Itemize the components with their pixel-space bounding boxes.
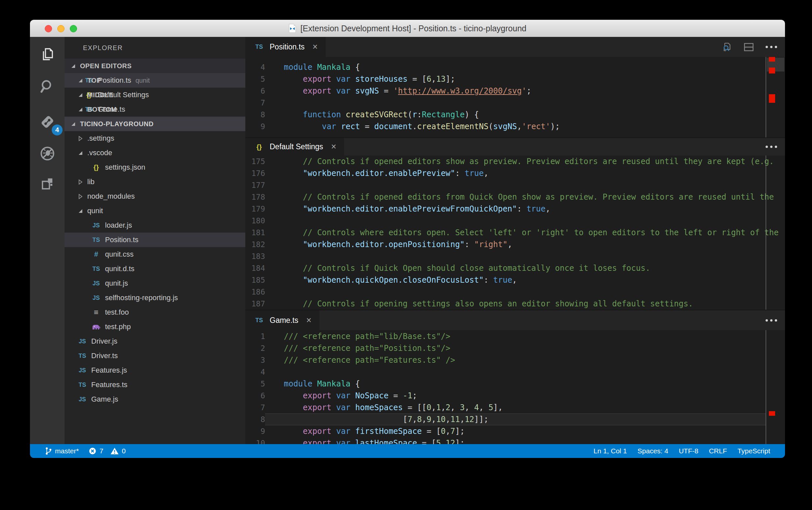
line-number: 3: [245, 354, 265, 366]
code-line: [265, 179, 785, 191]
code-line: export var lastHomeSpace = [5,12];: [265, 437, 785, 444]
activity-bar: 4: [30, 37, 64, 444]
row-label: lib: [87, 177, 94, 186]
branch-label: master*: [55, 447, 79, 455]
code-line: "workbench.quickOpen.closeOnFocusLost": …: [265, 274, 785, 286]
sidebar-row-driver-js[interactable]: JSDriver.js: [64, 334, 245, 348]
line-number: 176: [245, 167, 265, 179]
line-number: 5: [245, 73, 265, 85]
zoom-window-button[interactable]: [70, 25, 77, 32]
sidebar-row-driver-ts[interactable]: TSDriver.ts: [64, 348, 245, 363]
line-number: 6: [245, 390, 265, 402]
sidebar-row-open-editors[interactable]: OPEN EDITORS: [64, 59, 245, 73]
code-line: "workbench.editor.enablePreviewFromQuick…: [265, 203, 785, 215]
error-count: 7: [99, 447, 103, 455]
sidebar-row-node-modules[interactable]: node_modules: [64, 189, 245, 204]
window-title-container: [Extension Development Host] - Position.…: [30, 20, 785, 37]
sidebar-row-lib[interactable]: lib: [64, 175, 245, 189]
twisty-collapsed-icon: [77, 179, 84, 185]
error-mark: [769, 57, 775, 62]
problems-status[interactable]: 7 0: [89, 447, 125, 455]
twisty-expanded-icon: [69, 64, 77, 68]
code-line: /// <reference path="lib/Base.ts"/>: [265, 331, 785, 342]
sidebar-row-qunit-js[interactable]: JSqunit.js: [64, 276, 245, 290]
status-item-spaces-4[interactable]: Spaces: 4: [637, 447, 668, 455]
status-item-typescript[interactable]: TypeScript: [738, 447, 770, 455]
sidebar-row-bottom[interactable]: BOTTOM: [64, 102, 245, 117]
row-label: BOTTOM: [87, 106, 117, 113]
sidebar-row-top[interactable]: TOP: [64, 73, 245, 88]
code-line: export var svgNS = 'http://www.w3.org/20…: [265, 85, 785, 97]
sidebar-row-qunit-css[interactable]: #qunit.css: [64, 247, 245, 262]
twisty-expanded-icon: [77, 79, 84, 82]
sidebar-row-selfhosting-reporting-js[interactable]: JSselfhosting-reporting.js: [64, 290, 245, 305]
tab-bar: {}Default Settings×: [245, 137, 785, 155]
row-label: Driver.js: [91, 337, 117, 346]
error-mark: [769, 411, 775, 416]
editor-group-bottom: TSGame.ts× 1/// <reference path="lib/Bas…: [245, 310, 785, 444]
code-line: /// <reference path="Position.ts"/>: [265, 342, 785, 354]
sidebar-row-features-ts[interactable]: TSFeatures.ts: [64, 377, 245, 392]
close-tab-icon[interactable]: ×: [331, 142, 336, 151]
sidebar-row--settings[interactable]: .settings: [64, 131, 245, 146]
close-tab-icon[interactable]: ×: [306, 316, 311, 325]
sidebar-row-position-ts[interactable]: TSPosition.ts: [64, 233, 245, 247]
extensions-icon[interactable]: [39, 176, 55, 192]
sidebar-row-settings-json[interactable]: {}settings.json: [64, 160, 245, 175]
code-line: export var firstHomeSpace = [0,7];: [265, 425, 785, 437]
row-label: OPEN EDITORS: [80, 62, 132, 70]
ts-file-icon: TS: [253, 44, 265, 50]
code-lines: 1/// <reference path="lib/Base.ts"/>2///…: [245, 331, 785, 444]
minimize-window-button[interactable]: [57, 25, 64, 32]
status-item-utf-8[interactable]: UTF-8: [679, 447, 698, 455]
sidebar-title: EXPLORER: [83, 44, 123, 52]
split-editor-icon[interactable]: [744, 43, 754, 51]
more-actions-icon[interactable]: [765, 46, 777, 48]
close-window-button[interactable]: [45, 25, 52, 32]
open-preview-icon[interactable]: [722, 42, 732, 52]
sidebar-row-features-js[interactable]: JSFeatures.js: [64, 363, 245, 377]
code-line: function createSVGRect(r:Rectangle) {: [265, 109, 785, 120]
explorer-icon[interactable]: [39, 47, 55, 63]
row-label: test.foo: [105, 308, 129, 317]
sidebar-row-game-js[interactable]: JSGame.js: [64, 392, 245, 406]
more-actions-icon[interactable]: [765, 319, 777, 321]
braces-file-icon: {}: [253, 143, 265, 151]
sidebar-row-qunit-d-ts[interactable]: TSqunit.d.ts: [64, 262, 245, 276]
git-branch-status[interactable]: master*: [45, 447, 79, 455]
status-item-crlf[interactable]: CRLF: [709, 447, 727, 455]
search-icon[interactable]: [39, 78, 55, 94]
workbench: 4 EXPLORER OPEN EDITORSTOPTSPosition.tsq…: [30, 37, 785, 444]
line-number: 10: [245, 437, 265, 444]
status-item-ln-1-col-1[interactable]: Ln 1, Col 1: [593, 447, 627, 455]
sidebar-row-loader-js[interactable]: JSloader.js: [64, 218, 245, 233]
sidebar-row--vscode[interactable]: .vscode: [64, 146, 245, 160]
close-tab-icon[interactable]: ×: [312, 42, 318, 51]
error-mark: [769, 67, 775, 74]
sidebar-row-middle[interactable]: MIDDLE: [64, 88, 245, 102]
debug-disabled-icon[interactable]: [39, 146, 55, 162]
line-number: 8: [245, 109, 265, 120]
sidebar-row-ticino-playground[interactable]: TICINO-PLAYGROUND: [64, 117, 245, 131]
code-line: module Mankala {: [265, 61, 785, 73]
ts-file-icon: TS: [77, 381, 88, 389]
more-actions-icon[interactable]: [765, 146, 777, 148]
sidebar-row-qunit[interactable]: qunit: [64, 204, 245, 218]
sidebar-row-test-foo[interactable]: ≡test.foo: [64, 305, 245, 319]
js-file-icon: JS: [90, 294, 102, 302]
php-file-icon: [90, 323, 102, 330]
row-label: qunit.d.ts: [105, 264, 134, 273]
tab-default-settings[interactable]: {}Default Settings×: [245, 138, 344, 155]
screenshot-canvas: { "colors": { "statusbar": "#007ACC", "e…: [0, 0, 812, 510]
tab-position-ts[interactable]: TSPosition.ts×: [245, 37, 326, 57]
window-title: [Extension Development Host] - Position.…: [300, 24, 526, 33]
twisty-expanded-icon: [77, 151, 84, 155]
sidebar-row-test-php[interactable]: test.php: [64, 319, 245, 334]
twisty-collapsed-icon: [77, 136, 84, 141]
code-line: "workbench.editor.openPositioning": "rig…: [265, 238, 785, 250]
tab-game-ts[interactable]: TSGame.ts×: [245, 310, 320, 330]
tab-label: Default Settings: [270, 142, 323, 151]
css-file-icon: #: [90, 250, 102, 259]
code-line: "workbench.editor.enablePreview": true,: [265, 167, 785, 179]
scm-changes-badge: 4: [52, 124, 63, 135]
